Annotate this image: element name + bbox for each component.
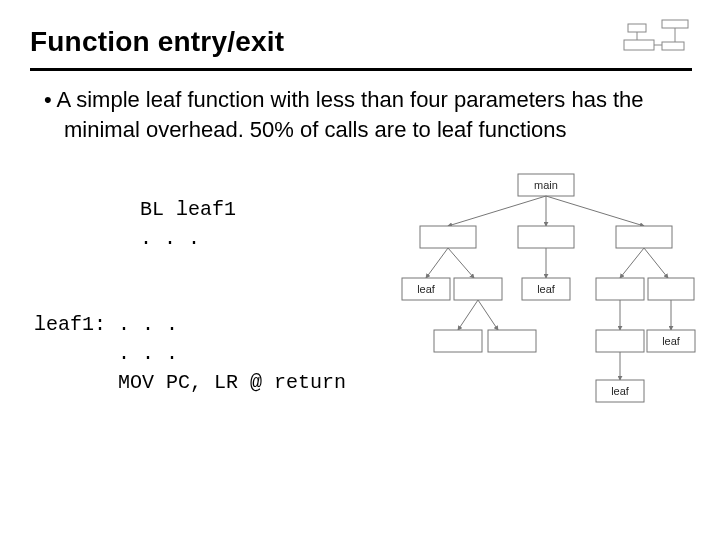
svg-rect-2 bbox=[624, 40, 654, 50]
slide: Function entry/exit A simple leaf functi… bbox=[0, 0, 720, 540]
bullet-text: A simple leaf function with less than fo… bbox=[30, 85, 692, 144]
svg-rect-0 bbox=[662, 20, 688, 28]
code-line: . . . bbox=[34, 342, 178, 365]
content-area: BL leaf1 . . . leaf1: . . . . . . MOV PC… bbox=[30, 166, 692, 397]
code-block-leaf: leaf1: . . . . . . MOV PC, LR @ return bbox=[34, 281, 692, 397]
header-decoration-icon bbox=[622, 18, 692, 58]
svg-rect-1 bbox=[628, 24, 646, 32]
code-line: leaf1: . . . bbox=[34, 313, 178, 336]
code-block-caller: BL leaf1 . . . bbox=[140, 166, 692, 253]
code-line: BL leaf1 bbox=[140, 198, 236, 221]
svg-rect-3 bbox=[662, 42, 684, 50]
code-line: . . . bbox=[140, 227, 200, 250]
header-row: Function entry/exit bbox=[30, 18, 692, 62]
code-line: MOV PC, LR @ return bbox=[34, 371, 346, 394]
slide-title: Function entry/exit bbox=[30, 26, 284, 58]
title-divider bbox=[30, 68, 692, 71]
